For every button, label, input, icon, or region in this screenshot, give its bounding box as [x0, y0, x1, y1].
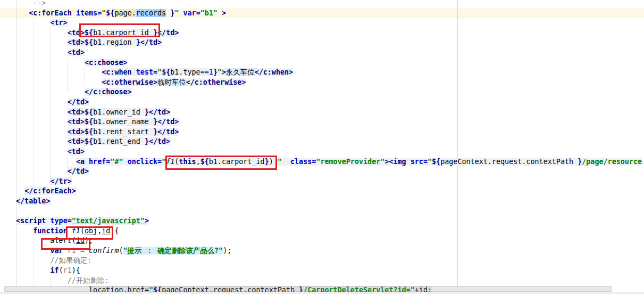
code-line[interactable]: <td>: [16, 48, 642, 58]
code-line[interactable]: <td>${b1.rent_start }</td>: [16, 127, 642, 137]
code-line[interactable]: <script type="text/javascript">: [16, 216, 642, 226]
annotation-box-onclick-f1-call: [165, 156, 277, 170]
code-line[interactable]: <td>${b1.owner_name }</td>: [16, 117, 642, 127]
code-line[interactable]: <c:otherwise>临时车位</c:otherwise>: [16, 78, 642, 88]
code-line[interactable]: </c:forEach>: [16, 186, 642, 197]
code-line[interactable]: </c:choose>: [16, 87, 642, 97]
horizontal-scrollbar-track[interactable]: [0, 292, 644, 294]
code-line[interactable]: <c:when test="${b1.type==1}">永久车位</c:whe…: [16, 68, 642, 78]
horizontal-scrollbar-thumb[interactable]: [4, 286, 612, 292]
annotation-box-alert-id: [41, 238, 90, 250]
code-line[interactable]: var r1 = confirm("提示 ： 确定删除该产品么?");: [16, 246, 642, 256]
annotation-box-carport-id-cell: [79, 23, 160, 37]
code-line[interactable]: if(r1){: [16, 266, 642, 276]
code-line[interactable]: -->: [16, 0, 642, 9]
code-line[interactable]: <a href="#" onclick="f1(this,${b1.carpor…: [16, 157, 642, 167]
code-line[interactable]: </td>: [16, 167, 642, 177]
code-line[interactable]: <td>${b1.region }</td>: [16, 38, 642, 48]
code-line[interactable]: <c:choose>: [16, 58, 642, 68]
code-line[interactable]: </tr>: [16, 177, 642, 187]
code-line[interactable]: <td>: [16, 147, 642, 157]
code-line[interactable]: //开始删除:: [16, 276, 642, 286]
code-line[interactable]: <c:forEach items="${page.records }" var=…: [16, 9, 642, 19]
code-line[interactable]: <td>${b1.owner_id }</td>: [16, 108, 642, 118]
code-line[interactable]: </table>: [16, 197, 642, 207]
code-line[interactable]: //如果确定:: [16, 256, 642, 266]
code-lines: --> <c:forEach items="${page.records }" …: [16, 0, 642, 294]
code-line[interactable]: </td>: [16, 97, 642, 108]
code-line[interactable]: [16, 206, 642, 216]
code-editor[interactable]: --> <c:forEach items="${page.records }" …: [0, 0, 644, 294]
code-line[interactable]: <td>${b1.rent_end }</td>: [16, 137, 642, 147]
